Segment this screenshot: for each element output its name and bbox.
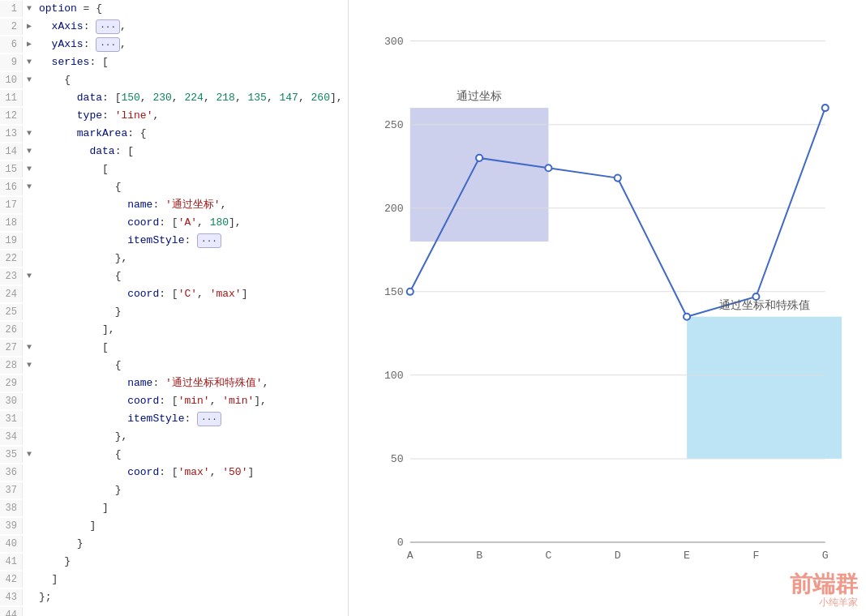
fold-arrow[interactable]: ▼ bbox=[23, 357, 36, 374]
code-content: { bbox=[36, 72, 348, 88]
code-line: 6▶ yAxis: ···, bbox=[0, 36, 348, 53]
collapsed-block[interactable]: ··· bbox=[197, 412, 221, 426]
line-number: 18 bbox=[0, 215, 23, 231]
code-line: 12 type: 'line', bbox=[0, 107, 348, 125]
code-line: 11 data: [150, 230, 224, 218, 135, 147, … bbox=[0, 89, 348, 107]
line-number: 19 bbox=[0, 233, 23, 249]
code-content: type: 'line', bbox=[36, 108, 348, 124]
collapsed-block[interactable]: ··· bbox=[197, 233, 221, 248]
code-content: ] bbox=[36, 500, 348, 516]
line-number: 2 bbox=[0, 19, 23, 35]
line-number: 12 bbox=[0, 108, 23, 124]
line-number: 36 bbox=[0, 464, 23, 481]
code-line: 2▶ xAxis: ···, bbox=[0, 18, 348, 36]
mark-area-2 bbox=[687, 317, 842, 459]
line-number: 22 bbox=[0, 250, 23, 267]
code-content: itemStyle: ··· bbox=[36, 411, 348, 427]
code-line: 1▼option = { bbox=[0, 0, 348, 18]
line-number: 41 bbox=[0, 554, 23, 570]
code-line: 34 }, bbox=[0, 428, 348, 446]
code-content: name: '通过坐标', bbox=[36, 197, 348, 213]
code-content: [ bbox=[36, 161, 348, 178]
fold-arrow[interactable]: ▼ bbox=[23, 1, 36, 17]
fold-arrow[interactable]: ▼ bbox=[23, 126, 36, 142]
code-line: 15▼ [ bbox=[0, 160, 348, 178]
code-line: 23▼ { bbox=[0, 267, 348, 285]
fold-arrow[interactable]: ▼ bbox=[23, 179, 36, 195]
series-dot bbox=[407, 289, 414, 295]
line-number: 39 bbox=[0, 518, 23, 534]
line-number: 15 bbox=[0, 161, 23, 178]
series-dot bbox=[615, 175, 621, 182]
code-line: 37 } bbox=[0, 481, 348, 499]
svg-text:F: F bbox=[752, 550, 759, 562]
code-content: series: [ bbox=[36, 54, 348, 71]
svg-text:0: 0 bbox=[397, 537, 404, 549]
code-content: markArea: { bbox=[36, 126, 348, 142]
fold-arrow[interactable]: ▼ bbox=[23, 268, 36, 284]
line-number: 29 bbox=[0, 375, 23, 391]
svg-text:D: D bbox=[615, 550, 621, 562]
code-content: { bbox=[36, 447, 348, 463]
code-line: 22 }, bbox=[0, 250, 348, 267]
fold-arrow[interactable]: ▶ bbox=[23, 36, 36, 53]
fold-arrow[interactable]: ▼ bbox=[23, 161, 36, 178]
code-content: ] bbox=[36, 518, 348, 534]
code-line: 40 } bbox=[0, 535, 348, 553]
line-number: 14 bbox=[0, 143, 23, 160]
code-line: 31 itemStyle: ··· bbox=[0, 410, 348, 428]
fold-arrow[interactable]: ▶ bbox=[23, 19, 36, 35]
code-content: coord: ['max', '50'] bbox=[36, 464, 348, 481]
line-number: 31 bbox=[0, 411, 23, 427]
line-number: 9 bbox=[0, 54, 23, 71]
chart-panel: 050100150200250300ABCDEFG通过坐标通过坐标和特殊值 前端… bbox=[349, 0, 866, 616]
code-line: 30 coord: ['min', 'min'], bbox=[0, 392, 348, 410]
watermark-sub: 小纯羊家 bbox=[819, 596, 858, 610]
line-number: 13 bbox=[0, 126, 23, 142]
series-dot bbox=[545, 165, 551, 171]
fold-arrow[interactable]: ▼ bbox=[23, 447, 36, 463]
code-line: 13▼ markArea: { bbox=[0, 125, 348, 143]
fold-arrow[interactable]: ▼ bbox=[23, 143, 36, 160]
code-line: 28▼ { bbox=[0, 357, 348, 374]
svg-text:B: B bbox=[476, 550, 482, 562]
code-content: { bbox=[36, 357, 348, 374]
line-number: 30 bbox=[0, 393, 23, 409]
code-content: coord: ['min', 'min'], bbox=[36, 393, 348, 409]
svg-text:G: G bbox=[822, 550, 829, 562]
fold-arrow[interactable]: ▼ bbox=[23, 72, 36, 88]
line-number: 40 bbox=[0, 536, 23, 552]
code-content: { bbox=[36, 268, 348, 284]
svg-text:E: E bbox=[684, 550, 690, 562]
code-content: coord: ['C', 'max'] bbox=[36, 286, 348, 302]
collapsed-block[interactable]: ··· bbox=[96, 37, 120, 52]
code-content: option = { bbox=[36, 1, 348, 17]
line-number: 26 bbox=[0, 322, 23, 338]
code-line: 29 name: '通过坐标和特殊值', bbox=[0, 374, 348, 392]
collapsed-block[interactable]: ··· bbox=[96, 19, 120, 34]
code-content: }; bbox=[36, 589, 348, 605]
code-line: 9▼ series: [ bbox=[0, 53, 348, 71]
code-line: 10▼ { bbox=[0, 71, 348, 89]
line-number: 43 bbox=[0, 589, 23, 605]
code-line: 24 coord: ['C', 'max'] bbox=[0, 285, 348, 303]
code-line: 25 } bbox=[0, 303, 348, 321]
chart-container: 050100150200250300ABCDEFG通过坐标通过坐标和特殊值 bbox=[365, 16, 842, 592]
code-line: 14▼ data: [ bbox=[0, 143, 348, 160]
code-content: ] bbox=[36, 571, 348, 588]
code-content: } bbox=[36, 536, 348, 552]
fold-arrow[interactable]: ▼ bbox=[23, 54, 36, 71]
svg-text:C: C bbox=[545, 550, 551, 562]
svg-text:A: A bbox=[407, 550, 414, 562]
code-content: }, bbox=[36, 250, 348, 267]
fold-arrow[interactable]: ▼ bbox=[23, 340, 36, 356]
code-content: itemStyle: ··· bbox=[36, 233, 348, 249]
code-line: 38 ] bbox=[0, 499, 348, 517]
code-editor: 1▼option = {2▶ xAxis: ···,6▶ yAxis: ···,… bbox=[0, 0, 349, 616]
code-content: [ bbox=[36, 340, 348, 356]
series-dot bbox=[476, 155, 482, 161]
line-number: 23 bbox=[0, 268, 23, 284]
svg-text:150: 150 bbox=[384, 286, 404, 298]
code-content: name: '通过坐标和特殊值', bbox=[36, 375, 348, 391]
code-line: 16▼ { bbox=[0, 178, 348, 196]
